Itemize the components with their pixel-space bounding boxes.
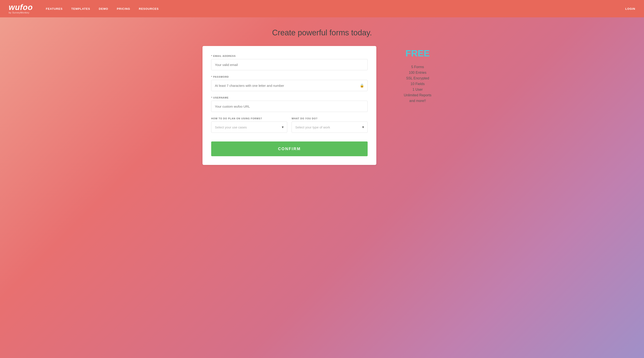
dropdowns-row: HOW TO DO PLAN ON USING FORMS? Select yo… [211, 117, 368, 133]
use-cases-select[interactable]: Select your use cases Personal Business … [211, 122, 287, 133]
email-label: * EMAIL ADDRESS [211, 55, 368, 57]
feature-list: 5 Forms 100 Entries SSL Encrypted 10 Fie… [394, 65, 442, 103]
use-cases-label: HOW TO DO PLAN ON USING FORMS? [211, 117, 287, 120]
password-input[interactable] [211, 80, 368, 91]
password-label: * PASSWORD [211, 75, 368, 78]
nav-features[interactable]: FEATURES [46, 7, 62, 10]
nav-resources[interactable]: RESOURCES [139, 7, 158, 10]
login-link[interactable]: LOGIN [625, 7, 635, 10]
pricing-sidebar: FREE 5 Forms 100 Entries SSL Encrypted 1… [394, 46, 442, 103]
feature-reports: Unlimited Reports [394, 93, 442, 97]
logo: wufoo by SurveyMonkey [9, 3, 33, 14]
nav-pricing[interactable]: PRICING [117, 7, 130, 10]
password-group: * PASSWORD 🔒 [211, 75, 368, 91]
feature-users: 1 User [394, 88, 442, 92]
work-type-group: WHAT DO YOU DO? Select your type of work… [292, 117, 368, 133]
header-left: wufoo by SurveyMonkey FEATURES TEMPLATES… [9, 3, 158, 14]
main-nav: FEATURES TEMPLATES DEMO PRICING RESOURCE… [46, 7, 158, 10]
nav-demo[interactable]: DEMO [99, 7, 108, 10]
content-area: * EMAIL ADDRESS * PASSWORD 🔒 * USERNAME [202, 46, 442, 165]
logo-subtitle: by SurveyMonkey [9, 11, 29, 14]
username-label: * USERNAME [211, 96, 368, 99]
work-type-wrapper: Select your type of work Developer Desig… [292, 122, 368, 133]
lock-icon: 🔒 [360, 84, 364, 88]
feature-entries: 100 Entries [394, 71, 442, 75]
password-wrapper: 🔒 [211, 80, 368, 91]
username-group: * USERNAME [211, 96, 368, 112]
page-title: Create powerful forms today. [272, 28, 372, 37]
free-label: FREE [394, 48, 442, 59]
work-type-label: WHAT DO YOU DO? [292, 117, 368, 120]
feature-more: and more!! [394, 99, 442, 103]
email-group: * EMAIL ADDRESS [211, 55, 368, 70]
feature-ssl: SSL Encrypted [394, 76, 442, 80]
work-type-select[interactable]: Select your type of work Developer Desig… [292, 122, 368, 133]
logo-text: wufoo [9, 3, 33, 11]
use-cases-group: HOW TO DO PLAN ON USING FORMS? Select yo… [211, 117, 287, 133]
nav-templates[interactable]: TEMPLATES [71, 7, 90, 10]
username-input[interactable] [211, 101, 368, 112]
confirm-button[interactable]: CONFIRM [211, 142, 368, 156]
feature-fields: 10 Fields [394, 82, 442, 86]
main-content: Create powerful forms today. * EMAIL ADD… [0, 17, 644, 358]
email-input[interactable] [211, 59, 368, 70]
feature-forms: 5 Forms [394, 65, 442, 69]
use-cases-wrapper: Select your use cases Personal Business … [211, 122, 287, 133]
header: wufoo by SurveyMonkey FEATURES TEMPLATES… [0, 0, 644, 17]
signup-form-card: * EMAIL ADDRESS * PASSWORD 🔒 * USERNAME [202, 46, 376, 165]
